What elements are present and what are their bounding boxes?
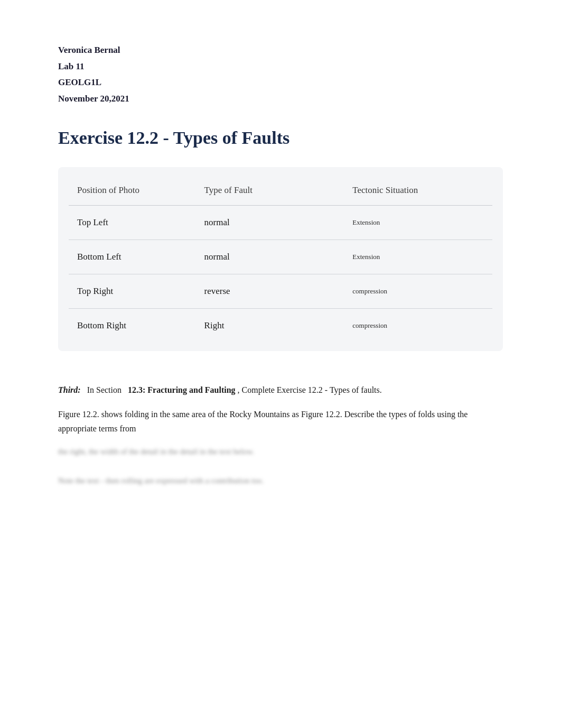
row3-position: Top Right: [69, 274, 196, 309]
third-space: [124, 385, 126, 394]
row1-position: Top Left: [69, 206, 196, 240]
col-header-position: Position of Photo: [69, 176, 196, 206]
table-row: Top Left normal Extension: [69, 206, 492, 240]
faults-table-container: Position of Photo Type of Fault Tectonic…: [58, 167, 503, 351]
third-label: Third:: [58, 385, 81, 394]
table-row: Bottom Right Right compression: [69, 309, 492, 343]
third-paragraph: Third: In Section 12.3: Fracturing and F…: [58, 383, 503, 397]
course: Lab 11: [58, 59, 503, 75]
row4-tectonic: compression: [344, 309, 492, 343]
third-instruction: , Complete Exercise 12.2 - Types of faul…: [238, 385, 382, 394]
row3-tectonic: compression: [344, 274, 492, 309]
row4-fault: Right: [196, 309, 344, 343]
row2-position: Bottom Left: [69, 240, 196, 274]
third-section: Third: In Section 12.3: Fracturing and F…: [58, 383, 503, 488]
row3-fault: reverse: [196, 274, 344, 309]
date: November 20,2021: [58, 91, 503, 107]
table-row: Bottom Left normal Extension: [69, 240, 492, 274]
row4-position: Bottom Right: [69, 309, 196, 343]
third-section-ref: 12.3: Fracturing and Faulting: [128, 385, 236, 394]
row1-fault: normal: [196, 206, 344, 240]
third-intro: [83, 385, 85, 394]
table-header-row: Position of Photo Type of Fault Tectonic…: [69, 176, 492, 206]
row2-fault: normal: [196, 240, 344, 274]
row2-tectonic: Extension: [344, 240, 492, 274]
page-title: Exercise 12.2 - Types of Faults: [58, 128, 503, 148]
col-header-tectonic: Tectonic Situation: [344, 176, 492, 206]
table-row: Top Right reverse compression: [69, 274, 492, 309]
faults-table: Position of Photo Type of Fault Tectonic…: [69, 176, 492, 343]
header-info: Veronica Bernal Lab 11 GEOLG1L November …: [58, 42, 503, 107]
row1-tectonic: Extension: [344, 206, 492, 240]
third-intro-text: In Section: [87, 385, 121, 394]
col-header-fault: Type of Fault: [196, 176, 344, 206]
blurred-line1: the right, the width of the detail in th…: [58, 445, 503, 459]
figure-text: Figure 12.2. shows folding in the same a…: [58, 407, 503, 436]
class: GEOLG1L: [58, 75, 503, 91]
author: Veronica Bernal: [58, 42, 503, 59]
blurred-line2: Note the text - then rolling are express…: [58, 474, 503, 488]
